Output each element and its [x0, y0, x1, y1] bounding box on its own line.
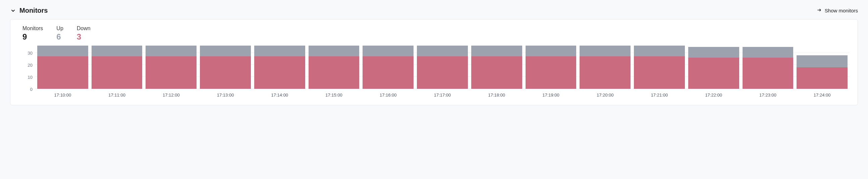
bar-column[interactable] — [92, 45, 143, 89]
y-tick: 30 — [28, 50, 33, 55]
bar-column[interactable] — [363, 45, 413, 89]
y-tick: 0 — [30, 87, 33, 92]
bar-segment-up — [471, 45, 522, 56]
bar-segment-up — [797, 55, 847, 67]
x-tick: 17:18:00 — [471, 93, 522, 98]
chart-bars — [35, 45, 849, 89]
panel-header-left[interactable]: Monitors — [10, 7, 48, 14]
bar-segment-down — [471, 56, 522, 89]
panel-header: Monitors Show monitors — [10, 7, 858, 14]
bar-segment-down — [309, 56, 360, 89]
stat-down: Down 3 — [77, 26, 91, 42]
bar-segment-down — [254, 56, 305, 89]
stat-down-value: 3 — [77, 32, 91, 42]
bar-segment-down — [688, 58, 739, 89]
monitors-card: Monitors 9 Up 6 Down 3 0102030 17:10:001… — [10, 19, 858, 105]
bar-column[interactable] — [580, 45, 630, 89]
chart: 0102030 — [19, 45, 849, 89]
x-tick: 17:19:00 — [526, 93, 577, 98]
bar-column[interactable] — [146, 45, 196, 89]
stat-total-label: Monitors — [23, 26, 43, 32]
y-tick: 20 — [28, 63, 33, 67]
x-tick: 17:17:00 — [417, 93, 468, 98]
stat-total: Monitors 9 — [23, 26, 43, 42]
stat-up-label: Up — [56, 26, 63, 32]
bar-segment-down — [743, 58, 794, 89]
bar-segment-down — [580, 56, 630, 89]
bar-segment-up — [526, 45, 577, 56]
bar-segment-up — [92, 45, 143, 56]
x-tick: 17:15:00 — [309, 93, 360, 98]
bar-segment-up — [200, 45, 251, 56]
bar-segment-up — [743, 47, 794, 58]
bar-segment-down — [92, 56, 143, 89]
bar-segment-up — [417, 45, 468, 56]
chevron-down-icon[interactable] — [10, 8, 16, 14]
stat-up-value: 6 — [56, 32, 63, 42]
bar-segment-up — [688, 47, 739, 58]
chart-y-axis: 0102030 — [19, 45, 35, 89]
stat-down-label: Down — [77, 26, 91, 32]
stat-up: Up 6 — [56, 26, 63, 42]
bar-segment-up — [254, 45, 305, 56]
bar-segment-down — [37, 56, 88, 89]
stats-row: Monitors 9 Up 6 Down 3 — [19, 26, 849, 42]
x-tick: 17:12:00 — [146, 93, 196, 98]
bar-column[interactable] — [417, 45, 468, 89]
bar-segment-down — [200, 56, 251, 89]
arrow-right-icon — [817, 7, 822, 14]
panel-title: Monitors — [20, 7, 48, 14]
bar-segment-down — [417, 56, 468, 89]
y-tick: 10 — [28, 75, 33, 79]
bar-column[interactable] — [471, 45, 522, 89]
bar-segment-up — [37, 45, 88, 56]
chart-x-axis: 17:10:0017:11:0017:12:0017:13:0017:14:00… — [35, 93, 849, 98]
bar-column[interactable] — [37, 45, 88, 89]
bar-column[interactable] — [200, 45, 251, 89]
bar-column[interactable] — [797, 45, 847, 89]
bar-segment-down — [363, 56, 413, 89]
stat-total-value: 9 — [23, 32, 43, 42]
bar-column[interactable] — [309, 45, 360, 89]
bar-column[interactable] — [634, 45, 685, 89]
x-tick: 17:13:00 — [200, 93, 251, 98]
bar-column[interactable] — [526, 45, 577, 89]
bar-column[interactable] — [743, 45, 794, 89]
bar-segment-up — [363, 45, 413, 56]
bar-segment-up — [634, 45, 685, 56]
bar-segment-up — [580, 45, 630, 56]
x-tick: 17:23:00 — [743, 93, 794, 98]
x-tick: 17:21:00 — [634, 93, 685, 98]
x-tick: 17:20:00 — [580, 93, 630, 98]
show-monitors-label: Show monitors — [825, 8, 858, 13]
x-tick: 17:10:00 — [37, 93, 88, 98]
x-tick: 17:11:00 — [92, 93, 143, 98]
x-tick: 17:16:00 — [363, 93, 413, 98]
bar-segment-up — [146, 45, 196, 56]
x-tick: 17:22:00 — [688, 93, 739, 98]
bar-segment-down — [797, 67, 847, 89]
bar-segment-down — [526, 56, 577, 89]
bar-segment-down — [146, 56, 196, 89]
x-tick: 17:14:00 — [254, 93, 305, 98]
show-monitors-link[interactable]: Show monitors — [817, 7, 858, 14]
bar-column[interactable] — [254, 45, 305, 89]
bar-column[interactable] — [688, 45, 739, 89]
chart-plot-area — [35, 45, 849, 89]
bar-segment-up — [309, 45, 360, 56]
bar-segment-down — [634, 56, 685, 89]
x-tick: 17:24:00 — [797, 93, 847, 98]
